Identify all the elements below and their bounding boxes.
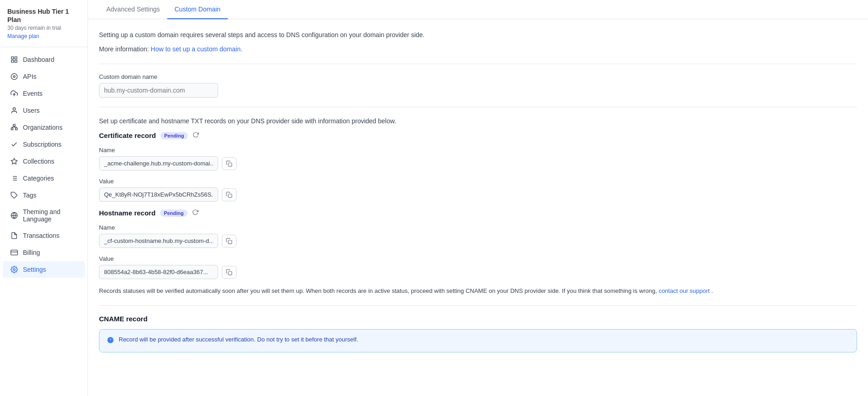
host-value-label: Value xyxy=(99,255,857,262)
sidebar-label-organizations: Organizations xyxy=(23,124,62,131)
records-status-end: . xyxy=(711,287,713,294)
list-icon xyxy=(10,174,18,182)
svg-rect-25 xyxy=(11,250,18,255)
tag-icon xyxy=(10,191,18,199)
host-name-field xyxy=(99,234,857,248)
file-icon xyxy=(10,231,18,240)
sidebar-label-events: Events xyxy=(23,90,43,97)
sidebar-item-settings[interactable]: Settings xyxy=(3,261,85,278)
host-name-copy-button[interactable] xyxy=(222,235,236,248)
plan-trial: 30 days remain in trial xyxy=(7,25,80,31)
manage-plan-link[interactable]: Manage plan xyxy=(7,33,39,39)
host-name-label: Name xyxy=(99,224,857,231)
cert-name-label: Name xyxy=(99,147,857,154)
sidebar-item-categories[interactable]: Categories xyxy=(3,170,85,187)
how-to-link[interactable]: How to set up a custom domain. xyxy=(151,45,242,53)
sidebar-item-organizations[interactable]: Organizations xyxy=(3,119,85,136)
sidebar-label-settings: Settings xyxy=(23,266,46,273)
plan-card: Business Hub Tier 1 Plan 30 days remain … xyxy=(0,0,88,47)
contact-support-link[interactable]: contact our support xyxy=(659,287,709,294)
svg-marker-15 xyxy=(11,159,17,165)
cert-name-copy-button[interactable] xyxy=(222,157,236,170)
plan-name: Business Hub Tier 1 Plan xyxy=(7,7,80,24)
sidebar-label-categories: Categories xyxy=(23,175,54,182)
svg-rect-8 xyxy=(11,128,13,130)
svg-rect-28 xyxy=(228,163,232,166)
hostname-refresh-icon[interactable] xyxy=(192,209,198,217)
sidebar-nav: Dashboard APIs Events Users xyxy=(0,51,88,278)
sidebar-item-tags[interactable]: Tags xyxy=(3,187,85,204)
svg-point-7 xyxy=(13,108,15,110)
credit-card-icon xyxy=(10,248,18,257)
svg-rect-29 xyxy=(228,194,232,198)
sidebar-item-collections[interactable]: Collections xyxy=(3,153,85,170)
cert-value-copy-button[interactable] xyxy=(222,188,236,201)
svg-rect-30 xyxy=(228,240,232,244)
sidebar-label-dashboard: Dashboard xyxy=(23,56,55,63)
host-name-input[interactable] xyxy=(99,234,218,248)
sidebar-item-apis[interactable]: APIs xyxy=(3,68,85,85)
certificate-pending-badge: Pending xyxy=(160,132,187,139)
divider-1 xyxy=(99,64,857,64)
sidebar-label-users: Users xyxy=(23,107,40,114)
sidebar-label-tags: Tags xyxy=(23,192,37,199)
records-status-main: Records statuses will be verified automa… xyxy=(99,287,657,294)
certificate-refresh-icon[interactable] xyxy=(192,132,199,139)
domain-name-field: Custom domain name xyxy=(99,73,857,98)
svg-rect-1 xyxy=(15,57,17,59)
svg-rect-31 xyxy=(228,271,232,275)
cert-value-label: Value xyxy=(99,178,857,185)
sidebar-item-subscriptions[interactable]: Subscriptions xyxy=(3,136,85,153)
domain-name-label: Custom domain name xyxy=(99,73,857,80)
svg-rect-2 xyxy=(11,60,14,63)
hostname-record-header: Hostname record Pending xyxy=(99,209,857,217)
host-value-field xyxy=(99,265,857,279)
sidebar-item-theming[interactable]: Theming and Language xyxy=(3,204,85,227)
divider-3 xyxy=(99,305,857,306)
sidebar-item-users[interactable]: Users xyxy=(3,102,85,119)
cert-name-field xyxy=(99,156,857,170)
sidebar: Business Hub Tier 1 Plan 30 days remain … xyxy=(0,0,88,396)
svg-point-27 xyxy=(13,269,15,270)
sidebar-item-events[interactable]: Events xyxy=(3,85,85,102)
hostname-pending-badge: Pending xyxy=(160,209,187,217)
tabs-bar: Advanced Settings Custom Domain xyxy=(88,0,868,19)
sidebar-label-collections: Collections xyxy=(23,158,54,165)
svg-point-5 xyxy=(13,76,15,77)
svg-rect-0 xyxy=(11,57,14,59)
more-info-prefix: More information: xyxy=(99,45,151,53)
records-status-text: Records statuses will be verified automa… xyxy=(99,286,857,296)
user-icon xyxy=(10,106,18,115)
cname-title: CNAME record xyxy=(99,315,857,323)
tab-advanced-settings[interactable]: Advanced Settings xyxy=(99,0,167,19)
circle-dot-icon xyxy=(10,72,18,81)
sidebar-label-apis: APIs xyxy=(23,73,37,80)
domain-name-input[interactable] xyxy=(99,83,218,98)
sidebar-label-subscriptions: Subscriptions xyxy=(23,141,61,148)
certificate-record-title: Certificate record xyxy=(99,132,156,139)
cert-value-input[interactable] xyxy=(99,187,218,202)
sidebar-item-billing[interactable]: Billing xyxy=(3,244,85,261)
hostname-record-title: Hostname record xyxy=(99,209,155,217)
svg-rect-10 xyxy=(16,128,17,130)
svg-point-4 xyxy=(11,74,17,80)
cert-value-field xyxy=(99,187,857,202)
check-icon xyxy=(10,140,18,148)
sidebar-item-transactions[interactable]: Transactions xyxy=(3,227,85,244)
intro-paragraph: Setting up a custom domain requires seve… xyxy=(99,30,857,40)
tab-custom-domain[interactable]: Custom Domain xyxy=(167,0,228,19)
sitemap-icon xyxy=(10,123,18,132)
sidebar-item-dashboard[interactable]: Dashboard xyxy=(3,51,85,68)
cert-name-input[interactable] xyxy=(99,156,218,170)
host-value-input[interactable] xyxy=(99,265,218,279)
sidebar-label-billing: Billing xyxy=(23,249,40,256)
certificate-record-header: Certificate record Pending xyxy=(99,132,857,139)
divider-2 xyxy=(99,107,857,107)
settings-icon xyxy=(10,265,18,274)
cname-info-text: Record will be provided after successful… xyxy=(119,336,358,343)
svg-rect-9 xyxy=(13,125,15,126)
globe-icon xyxy=(10,211,18,220)
svg-rect-3 xyxy=(15,60,17,63)
host-value-copy-button[interactable] xyxy=(222,266,236,279)
grid-icon xyxy=(10,55,18,64)
